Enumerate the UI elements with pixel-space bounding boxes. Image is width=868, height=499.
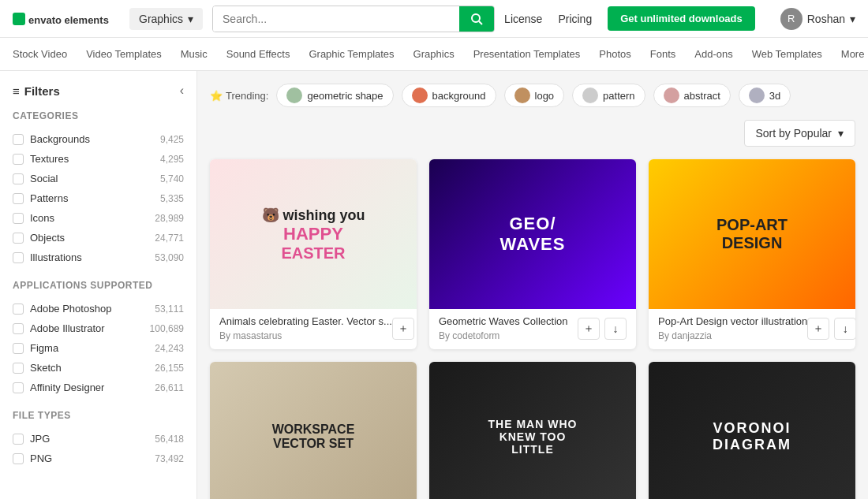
checkbox-sketch[interactable] xyxy=(13,363,24,374)
svg-point-2 xyxy=(472,14,480,22)
sub-nav: Stock Video Video Templates Music Sound … xyxy=(0,38,868,71)
card-image-workspace: WORKSPACEVECTOR SET xyxy=(210,362,417,499)
filetypes-label: File Types xyxy=(13,410,184,421)
chip-dot-pattern xyxy=(582,88,598,103)
card-image-easter: 🐻 wishing youHAPPYEASTER xyxy=(210,159,417,309)
search-input[interactable] xyxy=(213,6,459,32)
card-row-geo: Geometric Waves Collection By codetoform… xyxy=(429,309,636,349)
collapse-button[interactable]: ‹ xyxy=(180,84,184,98)
svg-line-3 xyxy=(479,21,482,24)
subnav-graphics[interactable]: Graphics xyxy=(413,45,455,63)
filter-row-illustrations: Illustrations 53,090 xyxy=(13,248,184,267)
filter-row-photoshop: Adobe Photoshop 53,111 xyxy=(13,299,184,318)
filter-row-illustrator: Adobe Illustrator 100,689 xyxy=(13,318,184,338)
user-name: Roshan xyxy=(807,13,845,25)
filetypes-list: JPG 56,418 PNG 73,492 xyxy=(13,429,184,468)
card-author-easter: By masastarus xyxy=(219,330,392,341)
card-title-geo: Geometric Waves Collection xyxy=(439,315,568,327)
chip-pattern[interactable]: pattern xyxy=(572,84,645,107)
card-actions-geo: ＋ ↓ xyxy=(578,318,627,340)
subnav-addons[interactable]: Add-ons xyxy=(694,45,732,63)
checkbox-textures[interactable] xyxy=(13,154,24,165)
subnav-presentation-templates[interactable]: Presentation Templates xyxy=(473,45,581,63)
subnav-more[interactable]: More xyxy=(841,45,865,63)
logo[interactable]: envato elements xyxy=(13,9,123,28)
card-preview-text-voronoi: VORONOIDIAGRAM xyxy=(713,420,791,453)
card-author-geo: By codetoform xyxy=(439,330,568,341)
subnav-photos[interactable]: Photos xyxy=(599,45,630,63)
chip-dot-logo xyxy=(514,88,530,103)
checkbox-icons[interactable] xyxy=(13,213,24,224)
chip-background[interactable]: background xyxy=(402,84,496,107)
checkbox-photoshop[interactable] xyxy=(13,303,24,315)
chip-geometric-shape[interactable]: geometric shape xyxy=(276,84,393,107)
filter-row-social: Social 5,740 xyxy=(13,169,184,188)
subnav-sound-effects[interactable]: Sound Effects xyxy=(226,45,290,63)
checkbox-illustrations[interactable] xyxy=(13,252,24,263)
sort-label: Sort by Popular xyxy=(756,127,832,140)
add-to-collection-easter[interactable]: ＋ xyxy=(392,318,414,340)
subnav-video-templates[interactable]: Video Templates xyxy=(86,45,162,63)
filter-row-png: PNG 73,492 xyxy=(13,449,184,468)
card-popart: POP-ARTDESIGN Pop-Art Design vector illu… xyxy=(649,159,855,349)
checkbox-patterns[interactable] xyxy=(13,193,24,204)
checkbox-figma[interactable] xyxy=(13,343,24,354)
subnav-web-templates[interactable]: Web Templates xyxy=(752,45,822,63)
add-to-collection-popart[interactable]: ＋ xyxy=(807,318,829,340)
checkbox-social[interactable] xyxy=(13,173,24,184)
chip-3d[interactable]: 3d xyxy=(739,84,791,107)
cta-button[interactable]: Get unlimited downloads xyxy=(608,6,755,31)
sidebar-title: ≡ Filters xyxy=(13,84,60,98)
subnav-music[interactable]: Music xyxy=(181,45,208,63)
svg-rect-0 xyxy=(13,13,25,25)
license-link[interactable]: License xyxy=(504,13,542,25)
subnav-stock-video[interactable]: Stock Video xyxy=(13,45,67,63)
filter-row-figma: Figma 24,243 xyxy=(13,338,184,358)
user-chevron-icon: ▾ xyxy=(850,13,855,25)
download-geo[interactable]: ↓ xyxy=(604,318,627,340)
main-content: ⭐ Trending: geometric shape background l… xyxy=(197,71,868,499)
dropdown-label: Graphics xyxy=(139,13,183,25)
card-preview-text-easter: 🐻 wishing youHAPPYEASTER xyxy=(262,207,365,263)
card-movie: THE MAN WHOKNEW TOO LITTLE Old Movie Tit… xyxy=(429,362,636,499)
search-button[interactable] xyxy=(459,6,494,32)
sort-chevron-icon: ▾ xyxy=(838,127,844,140)
chip-logo[interactable]: logo xyxy=(504,84,565,107)
categories-list: Backgrounds 9,425 Textures 4,295 Social … xyxy=(13,129,184,267)
card-info-easter: Animals celebrating Easter. Vector s... … xyxy=(219,315,392,341)
chip-dot-3d xyxy=(749,88,765,103)
checkbox-png[interactable] xyxy=(13,453,24,464)
filter-row-affinity: Affinity Designer 26,611 xyxy=(13,378,184,397)
card-preview-text-workspace: WORKSPACEVECTOR SET xyxy=(272,423,355,451)
checkbox-jpg[interactable] xyxy=(13,434,24,445)
graphics-dropdown[interactable]: Graphics ▾ xyxy=(129,8,203,30)
chip-dot-geometric xyxy=(286,88,302,103)
checkbox-objects[interactable] xyxy=(13,233,24,244)
card-workspace: WORKSPACEVECTOR SET Flat Creative Worksp… xyxy=(210,362,417,499)
card-image-voronoi: VORONOIDIAGRAM xyxy=(649,362,855,499)
user-area[interactable]: R Roshan ▾ xyxy=(780,8,855,30)
checkbox-affinity[interactable] xyxy=(13,382,24,393)
card-image-geo: GEO/ WAVES xyxy=(429,159,636,309)
card-info-geo: Geometric Waves Collection By codetoform xyxy=(439,315,568,341)
nav-links: License Pricing Get unlimited downloads … xyxy=(504,6,855,31)
card-actions-popart: ＋ ↓ xyxy=(807,318,855,340)
top-nav: envato elements Graphics ▾ License Prici… xyxy=(0,0,868,38)
checkbox-backgrounds[interactable] xyxy=(13,134,24,145)
card-row-popart: Pop-Art Design vector illustration By da… xyxy=(649,309,855,349)
card-image-popart: POP-ARTDESIGN xyxy=(649,159,855,309)
chip-abstract[interactable]: abstract xyxy=(653,84,731,107)
pricing-link[interactable]: Pricing xyxy=(558,13,592,25)
card-geo: GEO/ WAVES Geometric Waves Collection By… xyxy=(429,159,636,349)
card-image-movie: THE MAN WHOKNEW TOO LITTLE xyxy=(429,362,636,499)
subnav-graphic-templates[interactable]: Graphic Templates xyxy=(309,45,394,63)
subnav-fonts[interactable]: Fonts xyxy=(650,45,676,63)
content-area: ≡ Filters ‹ Categories Backgrounds 9,425… xyxy=(0,71,868,499)
svg-text:envato elements: envato elements xyxy=(28,14,109,26)
trending-label: ⭐ Trending: xyxy=(210,90,268,102)
add-to-collection-geo[interactable]: ＋ xyxy=(578,318,600,340)
sort-dropdown[interactable]: Sort by Popular ▾ xyxy=(744,120,856,147)
download-popart[interactable]: ↓ xyxy=(834,318,855,340)
checkbox-illustrator[interactable] xyxy=(13,323,24,334)
card-preview-text-popart: POP-ARTDESIGN xyxy=(716,216,788,252)
